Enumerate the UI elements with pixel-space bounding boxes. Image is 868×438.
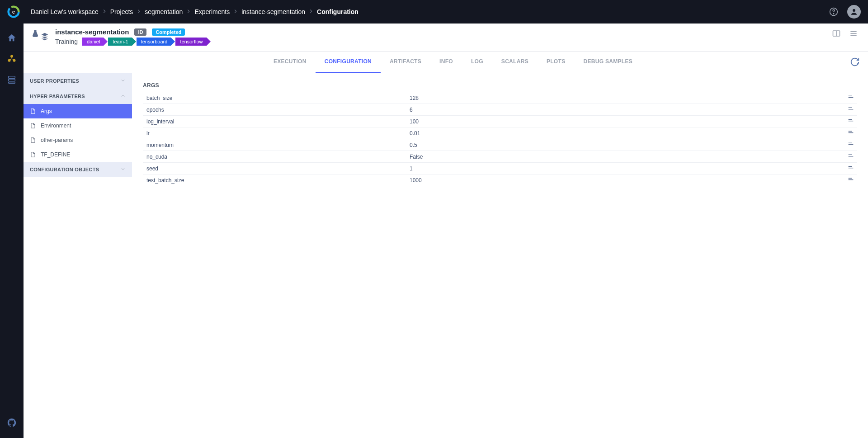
svg-point-5: [853, 9, 855, 12]
breadcrumb-item[interactable]: Experiments: [194, 8, 230, 15]
app-logo[interactable]: c: [7, 5, 20, 18]
svg-text:c: c: [12, 9, 15, 14]
breadcrumb-item[interactable]: Configuration: [317, 8, 359, 15]
svg-point-4: [833, 14, 834, 14]
chevron-right-icon: [136, 8, 142, 16]
breadcrumb-item[interactable]: segmentation: [145, 8, 183, 15]
chevron-right-icon: [185, 8, 192, 16]
breadcrumb-item[interactable]: Daniel Lew's workspace: [31, 8, 99, 15]
breadcrumb-item[interactable]: instance-segmentation: [241, 8, 305, 15]
user-avatar[interactable]: [847, 5, 861, 19]
help-icon[interactable]: [828, 6, 839, 17]
topbar: c Daniel Lew's workspaceProjectssegmenta…: [0, 0, 868, 24]
breadcrumb-item[interactable]: Projects: [110, 8, 133, 15]
chevron-right-icon: [232, 8, 239, 16]
chevron-right-icon: [101, 8, 108, 16]
chevron-right-icon: [308, 8, 314, 16]
breadcrumbs: Daniel Lew's workspaceProjectssegmentati…: [31, 8, 359, 16]
